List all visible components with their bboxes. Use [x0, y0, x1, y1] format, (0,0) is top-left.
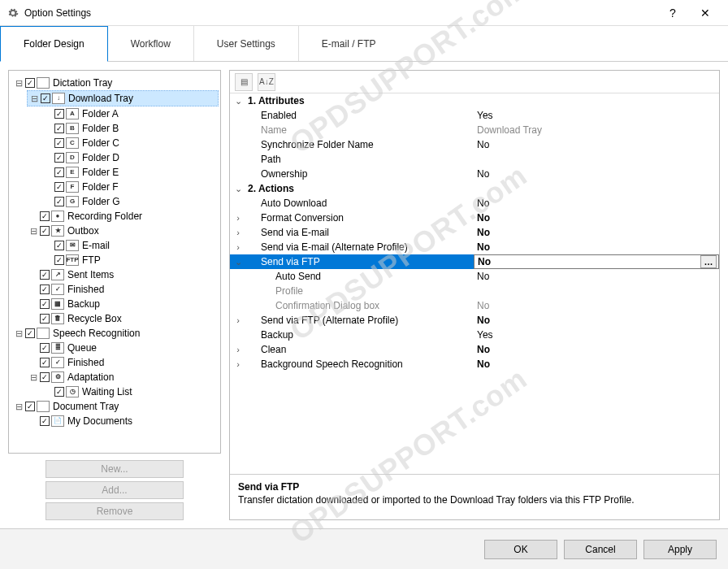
property-value[interactable]: No — [474, 344, 719, 355]
checkbox-icon[interactable] — [54, 167, 64, 177]
expand-icon[interactable]: › — [230, 345, 246, 354]
tab-e-mail-ftp[interactable]: E-mail / FTP — [299, 26, 399, 61]
tab-workflow[interactable]: Workflow — [108, 26, 194, 61]
apply-button[interactable]: Apply — [644, 540, 717, 559]
expand-icon[interactable]: › — [230, 228, 246, 237]
checkbox-icon[interactable] — [40, 270, 50, 280]
expand-icon[interactable]: ⊟ — [28, 370, 38, 384]
checkbox-icon[interactable] — [40, 226, 50, 236]
checkbox-icon[interactable] — [40, 284, 50, 294]
help-button[interactable]: ? — [656, 7, 689, 20]
tree-item-e-mail[interactable]: ·✉E-mail — [41, 238, 219, 253]
checkbox-icon[interactable] — [54, 153, 64, 163]
property-row-send-via-e-mail[interactable]: ›Send via E-mailNo — [230, 225, 719, 240]
checkbox-icon[interactable] — [40, 314, 50, 324]
expand-icon[interactable]: ⌄ — [230, 96, 246, 106]
property-rows[interactable]: ⌄1. AttributesEnabledYesNameDownload Tra… — [230, 93, 719, 474]
property-row-send-via-e-mail-alternate-profile-[interactable]: ›Send via E-mail (Alternate Profile)No — [230, 240, 719, 254]
property-row-send-via-ftp-alternate-profile-[interactable]: ›Send via FTP (Alternate Profile)No — [230, 313, 719, 328]
property-value[interactable]: No — [474, 300, 719, 311]
expand-icon[interactable]: › — [230, 213, 246, 223]
tree-item-folder-e[interactable]: ·EFolder E — [41, 165, 219, 180]
categorize-button[interactable]: ▤ — [235, 73, 253, 91]
tree-item-queue[interactable]: ·≣Queue — [27, 341, 219, 355]
property-value[interactable]: No — [474, 227, 719, 238]
property-value[interactable]: No — [474, 358, 719, 370]
property-row-auto-send[interactable]: Auto SendNo — [230, 269, 719, 284]
property-value[interactable]: Yes — [474, 110, 719, 121]
expand-icon[interactable]: ⌄ — [230, 257, 246, 267]
checkbox-icon[interactable] — [40, 211, 50, 221]
tree-item-recording-folder[interactable]: ·●Recording Folder — [27, 209, 219, 224]
tree-item-ftp[interactable]: ·FTPFTP — [41, 253, 219, 267]
checkbox-icon[interactable] — [40, 358, 50, 367]
checkbox-icon[interactable] — [40, 299, 50, 309]
checkbox-icon[interactable] — [40, 372, 50, 382]
tab-folder-design[interactable]: Folder Design — [0, 26, 108, 62]
checkbox-icon[interactable] — [54, 255, 64, 265]
property-row-format-conversion[interactable]: ›Format ConversionNo — [230, 211, 719, 225]
checkbox-icon[interactable] — [25, 78, 35, 88]
expand-icon[interactable]: ⊟ — [14, 326, 24, 341]
property-value[interactable]: No — [474, 315, 719, 326]
checkbox-icon[interactable] — [41, 93, 50, 103]
checkbox-icon[interactable] — [54, 124, 64, 133]
tree-item-download-tray[interactable]: ⊟↓Download Tray — [27, 90, 219, 106]
property-row-synchronize-folder-name[interactable]: Synchronize Folder NameNo — [230, 137, 719, 152]
expand-icon[interactable]: ⊟ — [29, 91, 39, 106]
sort-button[interactable]: A↓Z — [258, 73, 275, 91]
property-value[interactable]: Yes — [474, 329, 719, 341]
tree-item-speech-recognition[interactable]: ⊟Speech Recognition — [12, 326, 219, 341]
property-value[interactable]: No… — [474, 254, 719, 269]
tree-item-adaptation[interactable]: ⊟⚙Adaptation — [27, 370, 219, 384]
property-row-path[interactable]: Path — [230, 152, 719, 167]
ellipsis-button[interactable]: … — [700, 255, 717, 268]
tree-item-folder-b[interactable]: ·BFolder B — [41, 121, 219, 136]
expand-icon[interactable]: ⊟ — [14, 76, 24, 90]
property-row-auto-download[interactable]: Auto DownloadNo — [230, 196, 719, 211]
tree-item-backup[interactable]: ·▦Backup — [27, 297, 219, 311]
tree-item-dictation-tray[interactable]: ⊟Dictation Tray — [12, 76, 219, 90]
property-row-enabled[interactable]: EnabledYes — [230, 108, 719, 123]
checkbox-icon[interactable] — [54, 138, 64, 148]
folder-tree[interactable]: ⊟Dictation Tray⊟↓Download Tray·AFolder A… — [8, 70, 221, 454]
expand-icon[interactable]: ⌄ — [230, 184, 246, 194]
tree-item-recycle-box[interactable]: ·🗑Recycle Box — [27, 311, 219, 326]
checkbox-icon[interactable] — [54, 182, 64, 192]
checkbox-icon[interactable] — [54, 197, 64, 206]
checkbox-icon[interactable] — [25, 328, 35, 338]
cancel-button[interactable]: Cancel — [564, 540, 637, 559]
tree-item-sent-items[interactable]: ·↗Sent Items — [27, 267, 219, 282]
property-row-background-speech-recognition[interactable]: ›Background Speech RecognitionNo — [230, 357, 719, 371]
property-row-name[interactable]: NameDownload Tray — [230, 123, 719, 137]
property-value[interactable]: No — [474, 271, 719, 282]
tree-item-folder-d[interactable]: ·DFolder D — [41, 150, 219, 165]
property-value[interactable]: No — [474, 198, 719, 209]
property-row--actions[interactable]: ⌄2. Actions — [230, 181, 719, 196]
property-row-clean[interactable]: ›CleanNo — [230, 342, 719, 357]
expand-icon[interactable]: › — [230, 359, 246, 369]
property-row-backup[interactable]: BackupYes — [230, 328, 719, 342]
checkbox-icon[interactable] — [54, 387, 64, 397]
property-value[interactable]: No — [474, 212, 719, 224]
property-value[interactable]: No — [474, 139, 719, 150]
property-value[interactable]: No — [474, 168, 719, 180]
property-value[interactable]: No — [474, 241, 719, 253]
close-button[interactable]: ✕ — [689, 7, 722, 20]
tree-item-finished[interactable]: ·✓Finished — [27, 355, 219, 370]
expand-icon[interactable]: ⊟ — [14, 399, 24, 414]
checkbox-icon[interactable] — [40, 416, 50, 426]
tree-item-outbox[interactable]: ⊟★Outbox — [27, 224, 219, 238]
tree-item-folder-g[interactable]: ·GFolder G — [41, 194, 219, 209]
property-row-confirmation-dialog-box[interactable]: Confirmation Dialog boxNo — [230, 298, 719, 313]
checkbox-icon[interactable] — [25, 402, 35, 411]
tree-item-document-tray[interactable]: ⊟Document Tray — [12, 399, 219, 414]
tab-user-settings[interactable]: User Settings — [194, 26, 299, 61]
checkbox-icon[interactable] — [54, 241, 64, 250]
tree-item-folder-c[interactable]: ·CFolder C — [41, 136, 219, 150]
tree-item-folder-a[interactable]: ·AFolder A — [41, 106, 219, 121]
tree-item-my-documents[interactable]: ·📄My Documents — [27, 414, 219, 428]
property-value[interactable]: Download Tray — [474, 124, 719, 136]
checkbox-icon[interactable] — [40, 343, 50, 353]
property-row-ownership[interactable]: OwnershipNo — [230, 167, 719, 181]
